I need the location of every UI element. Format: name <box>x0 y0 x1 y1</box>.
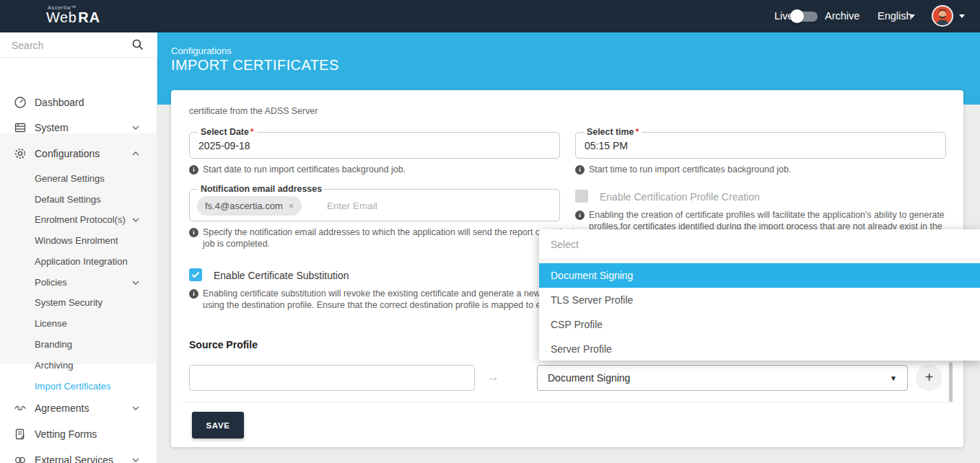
toggle-knob <box>790 9 804 23</box>
topbar: Ascertia™ WebRA Live Archive English <box>0 0 980 32</box>
help-text: Start date to run import certificates ba… <box>203 164 406 176</box>
sidebar-item-dashboard[interactable]: Dashboard <box>0 89 157 115</box>
sidebar-item-general-settings[interactable]: General Settings <box>0 168 157 189</box>
info-icon: i <box>575 211 585 220</box>
sidebar-item-label: Dashboard <box>35 97 84 108</box>
archive-label: Archive <box>825 0 859 32</box>
dashboard-icon <box>14 96 27 109</box>
sidebar-search <box>0 32 157 58</box>
time-help: i Start time to run import certificates … <box>575 164 936 176</box>
remove-chip-icon[interactable]: × <box>289 200 294 211</box>
search-icon[interactable] <box>131 38 144 54</box>
sidebar-item-import-certificates[interactable]: Import Certificates <box>0 376 157 397</box>
sub-item-label: Branding <box>35 339 72 350</box>
language-selector[interactable]: English <box>878 0 912 32</box>
mapping-scrollbar[interactable] <box>949 362 953 402</box>
check-icon <box>191 271 200 278</box>
link-icon <box>14 454 27 463</box>
source-profile-label: Source Profile <box>189 339 258 350</box>
system-icon <box>14 121 27 134</box>
sidebar-item-label: Vetting Forms <box>35 428 97 440</box>
chevron-down-icon <box>131 405 140 411</box>
add-mapping-button[interactable]: + <box>916 364 942 391</box>
info-icon: i <box>189 165 198 175</box>
sidebar-item-enrolment-protocols[interactable]: Enrolment Protocol(s) <box>0 209 157 230</box>
source-profile-text-input[interactable] <box>198 366 460 390</box>
sub-item-label-active: Import Certificates <box>35 381 110 392</box>
email-chip: fs.4@ascertia.com× <box>197 196 302 216</box>
sidebar-item-configurations[interactable]: Configurations <box>0 141 157 167</box>
select-time-input[interactable] <box>585 133 917 158</box>
profile-creation-label: Enable Certification Profile Creation <box>600 191 760 203</box>
destination-profile-value: Document Signing <box>548 372 630 384</box>
dropdown-option-tls-server-profile[interactable]: TLS Server Profile <box>539 288 980 312</box>
sub-item-label: General Settings <box>35 173 105 184</box>
save-button[interactable]: SAVE <box>192 412 244 438</box>
sidebar-item-default-settings[interactable]: Default Settings <box>0 189 157 210</box>
info-icon: i <box>189 289 198 299</box>
help-text: Start time to run import certificates ba… <box>589 164 791 176</box>
source-profile-input[interactable] <box>189 365 475 391</box>
date-help: i Start date to run import certificates … <box>189 164 550 176</box>
sub-item-label: Default Settings <box>35 194 101 205</box>
sidebar-item-windows-enrolment[interactable]: Windows Enrolment <box>0 230 157 251</box>
dropdown-option-document-signing[interactable]: Document Signing <box>539 263 980 288</box>
sidebar-item-policies[interactable]: Policies <box>0 272 157 293</box>
sidebar-item-label: Configurations <box>35 148 100 159</box>
select-date-field[interactable]: Select Date* <box>189 132 560 159</box>
sidebar-item-license[interactable]: License <box>0 313 157 334</box>
chevron-down-icon <box>131 125 140 131</box>
sidebar-item-vetting-forms[interactable]: Vetting Forms <box>0 421 157 447</box>
page-title: IMPORT CERTIFICATES <box>171 57 339 74</box>
search-input[interactable] <box>12 36 123 54</box>
avatar-image <box>933 6 952 25</box>
chevron-down-icon <box>909 14 915 18</box>
document-pen-icon <box>14 428 27 441</box>
avatar[interactable] <box>932 5 953 27</box>
dropdown-option-server-profile[interactable]: Server Profile <box>539 337 980 361</box>
profile-dropdown-panel: Document Signing TLS Server Profile CSP … <box>539 229 980 361</box>
sub-item-label: Policies <box>35 277 67 288</box>
chevron-down-icon <box>131 457 140 463</box>
info-icon: i <box>575 165 585 175</box>
live-archive-toggle[interactable] <box>792 12 818 22</box>
sidebar-item-application-integration[interactable]: Application Integration <box>0 251 157 272</box>
certificate-substitution-checkbox[interactable] <box>189 268 202 281</box>
sub-item-label: License <box>35 318 67 329</box>
notification-emails-field[interactable]: Notification email addresses fs.4@ascert… <box>189 189 560 221</box>
email-input[interactable] <box>327 197 471 215</box>
sidebar-item-label: Agreements <box>35 402 89 414</box>
sidebar-item-archiving[interactable]: Archiving <box>0 355 157 376</box>
sidebar-item-external-services[interactable]: External Services <box>0 447 157 463</box>
handshake-icon <box>14 402 27 415</box>
select-time-field[interactable]: Select time* <box>575 132 946 159</box>
sidebar-item-agreements[interactable]: Agreements <box>0 395 157 421</box>
notification-emails-label: Notification email addresses <box>198 184 325 194</box>
email-chip-text: fs.4@ascertia.com <box>205 200 283 211</box>
save-button-label: SAVE <box>206 421 230 430</box>
sidebar: Dashboard System Configurations General … <box>0 32 157 463</box>
sidebar-item-system[interactable]: System <box>0 115 157 141</box>
divider <box>183 402 952 402</box>
destination-profile-select[interactable]: Document Signing ▼ <box>537 365 908 391</box>
sub-item-label: Application Integration <box>35 256 128 267</box>
sidebar-item-system-security[interactable]: System Security <box>0 292 157 313</box>
plus-icon: + <box>925 369 934 386</box>
info-icon: i <box>189 228 198 237</box>
sidebar-item-label: System <box>35 122 69 133</box>
dropdown-option-csp-profile[interactable]: CSP Profile <box>539 312 980 337</box>
gear-icon <box>14 147 27 160</box>
chevron-down-icon <box>959 14 965 18</box>
breadcrumb: Configurations <box>171 45 232 56</box>
app-window: Ascertia™ WebRA Live Archive English <box>0 0 980 463</box>
brand-web: Web <box>46 9 76 25</box>
certificate-substitution-label: Enable Certificate Substitution <box>214 270 349 281</box>
select-date-input[interactable] <box>198 133 531 158</box>
chevron-down-icon <box>131 217 140 223</box>
select-caret-icon: ▼ <box>890 374 897 382</box>
sub-item-label: System Security <box>35 297 102 308</box>
brand-logo[interactable]: WebRA <box>46 9 100 26</box>
sidebar-item-branding[interactable]: Branding <box>0 334 157 355</box>
dropdown-search-input[interactable] <box>539 229 980 260</box>
profile-creation-checkbox[interactable] <box>575 190 588 203</box>
